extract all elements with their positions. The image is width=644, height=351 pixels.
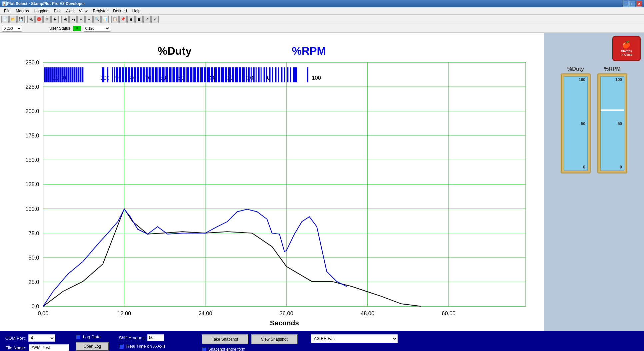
svg-rect-103 bbox=[207, 67, 210, 82]
svg-rect-99 bbox=[193, 67, 196, 82]
menu-plot[interactable]: Plot bbox=[51, 8, 63, 14]
svg-rect-51 bbox=[44, 67, 45, 82]
tb-copy[interactable]: 📋 bbox=[111, 16, 119, 23]
configbar: 0.250 User Status 0 0,120 bbox=[0, 24, 644, 33]
snapshot-buttons-row: Take Snapshot View Snapshot bbox=[202, 334, 298, 344]
shift-amount-input[interactable] bbox=[147, 334, 164, 341]
com-port-select[interactable]: 4 1 2 3 bbox=[28, 334, 55, 342]
close-button[interactable]: ✕ bbox=[636, 1, 642, 7]
svg-rect-64 bbox=[70, 67, 71, 82]
svg-rect-101 bbox=[200, 67, 203, 82]
open-log-button[interactable]: Open Log bbox=[76, 342, 109, 351]
tb-import[interactable]: ↙ bbox=[151, 16, 159, 23]
svg-rect-70 bbox=[82, 67, 83, 82]
tb-new[interactable]: 📄 bbox=[1, 16, 9, 23]
log-data-label: Log Data bbox=[83, 334, 101, 339]
svg-rect-71 bbox=[102, 67, 104, 82]
svg-rect-52 bbox=[46, 67, 47, 82]
svg-rect-115 bbox=[248, 67, 249, 82]
menu-macros[interactable]: Macros bbox=[13, 8, 31, 14]
view-snapshot-button[interactable]: View Snapshot bbox=[251, 334, 298, 344]
duty-scale-50: 50 bbox=[581, 121, 585, 126]
svg-rect-113 bbox=[242, 67, 244, 82]
log-data-checkbox[interactable] bbox=[76, 335, 80, 339]
tb-forward-back[interactable]: ⏮ bbox=[69, 16, 77, 23]
tb-zoom[interactable]: 🔍 bbox=[93, 16, 101, 23]
minimize-button[interactable]: ─ bbox=[623, 1, 629, 7]
tb-plus[interactable]: + bbox=[77, 16, 85, 23]
main-area: %Duty %RPM 250.0 bbox=[0, 33, 644, 331]
tb-save[interactable]: 💾 bbox=[17, 16, 25, 23]
menu-logging[interactable]: Logging bbox=[32, 8, 51, 14]
menu-help[interactable]: Help bbox=[130, 8, 143, 14]
svg-rect-53 bbox=[48, 67, 49, 82]
maximize-button[interactable]: □ bbox=[629, 1, 635, 7]
svg-rect-85 bbox=[146, 67, 148, 82]
svg-text:25.0: 25.0 bbox=[29, 279, 39, 285]
tb-run[interactable]: ▶ bbox=[51, 16, 59, 23]
rpm-scale-0: 0 bbox=[620, 165, 622, 169]
tb-disconnect[interactable]: ⛔ bbox=[35, 16, 43, 23]
zoom-select[interactable]: 0.250 bbox=[2, 25, 22, 32]
menu-view[interactable]: View bbox=[76, 8, 90, 14]
svg-rect-77 bbox=[122, 67, 124, 82]
range-select[interactable]: 0,120 bbox=[84, 25, 110, 32]
tb-connect[interactable]: 🔌 bbox=[27, 16, 35, 23]
tb-open[interactable]: 📂 bbox=[9, 16, 17, 23]
take-snapshot-button[interactable]: Take Snapshot bbox=[202, 334, 248, 344]
svg-rect-72 bbox=[107, 67, 108, 82]
svg-rect-57 bbox=[56, 67, 57, 82]
svg-rect-84 bbox=[143, 67, 145, 82]
shift-amount-row: Shift Amount: bbox=[119, 334, 188, 341]
svg-rect-69 bbox=[80, 67, 81, 82]
duty-gauge-label: %Duty bbox=[567, 66, 584, 72]
real-time-checkbox[interactable] bbox=[119, 344, 124, 349]
svg-rect-102 bbox=[204, 67, 206, 82]
rpm-scale-100: 100 bbox=[615, 77, 622, 82]
file-name-label: File Name: bbox=[5, 345, 26, 350]
svg-text:225.0: 225.0 bbox=[25, 84, 39, 90]
snapshot-entire-checkbox[interactable] bbox=[202, 347, 206, 351]
chart-title-rpm: %RPM bbox=[292, 45, 326, 57]
svg-rect-86 bbox=[149, 67, 151, 82]
svg-rect-82 bbox=[137, 67, 139, 82]
svg-rect-55 bbox=[52, 67, 53, 82]
svg-rect-56 bbox=[54, 67, 55, 82]
menu-file[interactable]: File bbox=[1, 8, 13, 14]
ag-rr-fan-dropdown[interactable]: AG.RR.Fan bbox=[311, 334, 398, 343]
svg-text:100: 100 bbox=[312, 75, 321, 81]
svg-rect-78 bbox=[125, 67, 127, 82]
svg-rect-107 bbox=[221, 67, 224, 82]
duty-scale-0: 0 bbox=[583, 165, 585, 169]
tb-chart[interactable]: 📊 bbox=[101, 16, 109, 23]
tb-back[interactable]: ◀ bbox=[61, 16, 69, 23]
bottom-col-5: AG.RR.Fan Clear Text on Plot bbox=[311, 334, 398, 351]
menu-register[interactable]: Register bbox=[90, 8, 111, 14]
svg-rect-76 bbox=[119, 67, 121, 82]
tb-minus[interactable]: − bbox=[85, 16, 93, 23]
menu-defined[interactable]: Defined bbox=[110, 8, 129, 14]
svg-rect-83 bbox=[140, 67, 142, 82]
svg-rect-61 bbox=[64, 67, 65, 82]
tb-record[interactable]: ⏺ bbox=[127, 16, 135, 23]
shift-amount-label: Shift Amount: bbox=[119, 335, 145, 340]
rpm-gauge-inner: 100 50 0 bbox=[600, 76, 624, 170]
tb-export[interactable]: ↗ bbox=[143, 16, 151, 23]
file-name-row: File Name: bbox=[5, 344, 69, 351]
svg-rect-74 bbox=[114, 67, 115, 82]
svg-rect-67 bbox=[76, 67, 77, 82]
svg-rect-65 bbox=[72, 67, 73, 82]
file-name-input[interactable] bbox=[29, 344, 69, 351]
svg-text:24.00: 24.00 bbox=[198, 310, 212, 316]
svg-rect-91 bbox=[166, 67, 168, 82]
tb-settings[interactable]: ⚙ bbox=[43, 16, 51, 23]
tb-paste[interactable]: 📌 bbox=[119, 16, 127, 23]
real-time-label: Real Time on X-Axis bbox=[126, 344, 166, 349]
tb-stop[interactable]: ⏹ bbox=[135, 16, 143, 23]
rpm-gauge-body: 100 50 0 bbox=[597, 73, 627, 173]
svg-rect-88 bbox=[155, 67, 157, 82]
menu-axis[interactable]: Axis bbox=[63, 8, 76, 14]
svg-rect-66 bbox=[74, 67, 75, 82]
snapshot-checkboxes: Snapshot entire form Snapshot Max Time A… bbox=[202, 347, 298, 351]
svg-rect-96 bbox=[183, 67, 185, 82]
